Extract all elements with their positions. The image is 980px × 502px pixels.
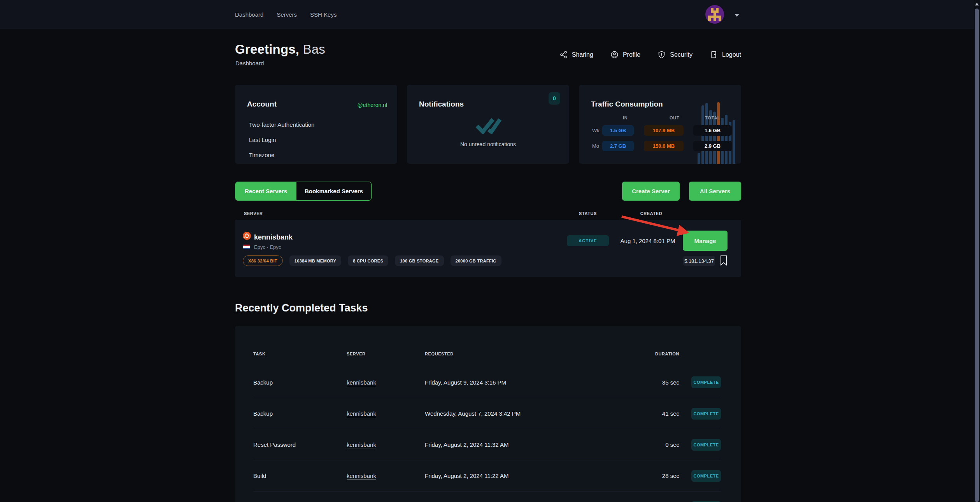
shield-icon — [657, 51, 666, 59]
task-duration: 41 sec — [633, 410, 679, 417]
status-badge: ACTIVE — [567, 235, 609, 246]
sharing-label: Sharing — [572, 51, 593, 58]
server-table-header: SERVER STATUS CREATED — [235, 211, 741, 217]
server-created-text: Aug 1, 2024 8:01 PM — [607, 238, 689, 244]
notifications-count-badge: 0 — [549, 92, 560, 105]
task-name: Backup — [253, 410, 347, 417]
traffic-row-label-month: Mo — [592, 143, 599, 149]
task-server-link[interactable]: kennisbank — [347, 410, 376, 417]
task-status-badge: COMPLETE — [691, 470, 721, 482]
traffic-col-total: TOTAL — [705, 115, 721, 120]
duration-col-header: DURATION — [633, 352, 679, 356]
sharing-button[interactable]: Sharing — [559, 51, 593, 59]
server-name-link[interactable]: kennisbank — [254, 233, 293, 241]
main-content: Greetings, Bas Dashboard Sharing Profile… — [235, 0, 741, 502]
traffic-badge: 20000 GB TRAFFIC — [451, 255, 501, 266]
scrollbar[interactable] — [974, 0, 980, 502]
notifications-card-title: Notifications — [419, 100, 464, 108]
arch-badge: X86 32/64 BIT — [243, 255, 283, 266]
header-actions: Sharing Profile Security Logout — [559, 51, 741, 59]
task-server-link[interactable]: kennisbank — [347, 472, 376, 479]
server-tabs: Recent Servers Bookmarked Servers — [235, 182, 372, 201]
storage-badge: 100 GB STORAGE — [395, 255, 444, 266]
manage-button[interactable]: Manage — [683, 231, 728, 251]
table-row: Backup kennisbank Wednesday, August 7, 2… — [253, 398, 721, 429]
account-card-title: Account — [247, 100, 277, 108]
task-status-badge: COMPLETE — [691, 408, 721, 420]
table-row: Build kennisbank Friday, August 2, 2024 … — [253, 460, 721, 491]
task-status-badge: COMPLETE — [691, 376, 721, 388]
server-row: kennisbank Epyc · Epyc ACTIVE Aug 1, 202… — [235, 220, 741, 277]
server-ip-badge: 5.181.134.37 — [683, 256, 715, 266]
tab-recent-servers[interactable]: Recent Servers — [235, 182, 296, 200]
task-requested: Friday, August 2, 2024 11:32 AM — [425, 441, 633, 448]
notifications-card: Notifications 0 No unread notifications — [407, 85, 569, 164]
security-button[interactable]: Security — [657, 51, 692, 59]
task-duration: 28 sec — [633, 472, 679, 479]
task-status-badge: COMPLETE — [691, 439, 721, 451]
bookmark-icon[interactable] — [720, 255, 728, 266]
task-name: Backup — [253, 379, 347, 386]
traffic-month-in: 2.7 GB — [602, 141, 634, 151]
double-check-icon — [474, 117, 502, 135]
account-row-last-login: Last Login — [249, 136, 314, 143]
scrollbar-thumb[interactable] — [975, 9, 979, 502]
create-server-button[interactable]: Create Server — [622, 182, 680, 201]
account-card: Account @etheron.nl Two-factor Authentic… — [235, 85, 397, 164]
traffic-card-title: Traffic Consumption — [591, 100, 663, 108]
logout-door-icon — [710, 51, 718, 59]
server-col-header: SERVER — [244, 211, 263, 216]
server-spec-badges: X86 32/64 BIT 16384 MB MEMORY 8 CPU CORE… — [243, 255, 501, 266]
traffic-week-out: 107.9 MB — [644, 125, 684, 136]
profile-label: Profile — [623, 51, 640, 58]
tab-bookmarked-servers[interactable]: Bookmarked Servers — [296, 182, 371, 200]
task-server-link[interactable]: kennisbank — [347, 441, 376, 448]
tasks-table: TASK SERVER REQUESTED DURATION Backup ke… — [235, 326, 741, 502]
traffic-col-in: IN — [623, 115, 628, 120]
traffic-week-in: 1.5 GB — [602, 125, 634, 136]
server-col-header: SERVER — [347, 352, 425, 356]
account-row-timezone: Timezone — [249, 152, 314, 158]
memory-badge: 16384 MB MEMORY — [289, 255, 341, 266]
all-servers-button[interactable]: All Servers — [689, 182, 741, 201]
traffic-row-label-week: Wk — [592, 128, 600, 133]
breadcrumb: Dashboard — [235, 60, 264, 66]
task-name: Reset Password — [253, 441, 347, 448]
tasks-table-header: TASK SERVER REQUESTED DURATION — [235, 326, 741, 356]
status-col-header: STATUS — [567, 211, 609, 216]
requested-col-header: REQUESTED — [425, 352, 633, 356]
security-label: Security — [670, 51, 692, 58]
tasks-section-title: Recently Completed Tasks — [235, 302, 368, 314]
scroll-up-arrow-icon[interactable] — [975, 3, 979, 5]
task-requested: Wednesday, August 7, 2024 3:42 PM — [425, 410, 633, 417]
task-duration: 0 sec — [633, 441, 679, 448]
page-title: Greetings, Bas — [235, 42, 325, 57]
ubuntu-os-icon — [243, 232, 251, 240]
profile-icon — [610, 51, 619, 59]
server-plan-text: Epyc · Epyc — [254, 244, 281, 250]
username-text: Bas — [303, 42, 325, 56]
traffic-week-total: 1.6 GB — [693, 125, 732, 136]
logout-label: Logout — [722, 51, 741, 58]
task-server-link[interactable]: kennisbank — [347, 379, 376, 386]
traffic-card: Traffic Consumption IN OUT TOTAL Wk 1.5 … — [579, 85, 741, 164]
task-col-header: TASK — [253, 352, 347, 356]
share-icon — [559, 51, 568, 59]
task-duration: 35 sec — [633, 379, 679, 386]
account-handle-link[interactable]: @etheron.nl — [358, 102, 387, 108]
summary-cards: Account @etheron.nl Two-factor Authentic… — [235, 85, 741, 164]
cpu-badge: 8 CPU CORES — [348, 255, 388, 266]
netherlands-flag-icon — [243, 245, 250, 249]
logout-button[interactable]: Logout — [710, 51, 741, 59]
traffic-col-out: OUT — [670, 115, 680, 120]
account-row-2fa: Two-factor Authentication — [249, 121, 314, 128]
task-name: Build — [253, 472, 347, 479]
task-requested: Friday, August 9, 2024 3:16 PM — [425, 379, 633, 386]
notifications-empty-text: No unread notifications — [407, 141, 569, 147]
greeting-text: Greetings, — [235, 42, 299, 56]
task-requested: Friday, August 2, 2024 11:22 AM — [425, 472, 633, 479]
created-col-header: CREATED — [624, 211, 678, 216]
table-row: Backup kennisbank Friday, August 9, 2024… — [253, 367, 721, 398]
profile-button[interactable]: Profile — [610, 51, 640, 59]
traffic-month-out: 150.6 MB — [644, 141, 684, 151]
